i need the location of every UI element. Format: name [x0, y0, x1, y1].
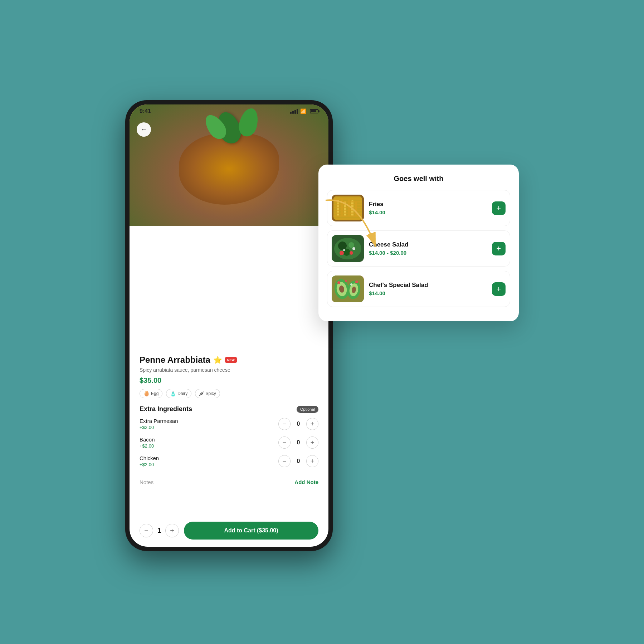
ingredient-name-bacon: Bacon [140, 436, 155, 443]
phone-content: Penne Arrabbiata ⭐ NEW Spicy arrabiata s… [130, 348, 328, 517]
food-item-cheese-salad: Cheese Salad $14.00 - $20.00 + [327, 230, 510, 267]
cheese-salad-thumbnail [332, 235, 364, 262]
svg-point-26 [345, 280, 347, 282]
quantity-control-bacon: − 0 + [278, 436, 318, 449]
egg-icon: 🥚 [143, 391, 150, 396]
ingredient-row-chicken: Chicken +$2.00 − 0 + [140, 455, 318, 467]
svg-point-10 [334, 238, 361, 259]
svg-point-15 [350, 251, 353, 255]
chefs-salad-info: Chef's Special Salad $14.00 [364, 282, 492, 296]
item-header: Penne Arrabbiata ⭐ NEW [140, 355, 318, 365]
ingredient-row-parmesan: Extra Parmesan +$2.00 − 0 + [140, 418, 318, 430]
svg-rect-2 [333, 196, 362, 220]
qty-value-parmesan: 0 [296, 421, 301, 427]
add-cheese-salad-button[interactable]: + [492, 242, 506, 255]
optional-badge: Optional [297, 406, 318, 413]
allergen-spicy-label: Spicy [205, 391, 216, 396]
spicy-icon: 🌶 [199, 391, 204, 396]
food-item-fries: Fries $14.00 + [327, 190, 510, 226]
allergens-row: 🥚 Egg 🧴 Dairy 🌶 Spicy [140, 389, 318, 398]
increment-parmesan[interactable]: + [306, 418, 318, 430]
notes-label: Notes [140, 479, 153, 485]
allergen-egg-label: Egg [151, 391, 158, 396]
allergen-dairy-label: Dairy [177, 391, 187, 396]
chefs-salad-price: $14.00 [369, 290, 487, 296]
extra-ingredients-header: Extra Ingredients Optional [140, 405, 318, 413]
status-bar: 9:41 📶 [130, 108, 328, 114]
svg-rect-1 [332, 195, 364, 221]
food-image: 9:41 📶 [130, 104, 328, 226]
svg-rect-7 [351, 200, 353, 216]
item-name: Penne Arrabbiata [140, 355, 210, 365]
chefs-salad-name: Chef's Special Salad [369, 282, 487, 289]
add-note-button[interactable]: Add Note [294, 479, 318, 485]
signal-icon [290, 109, 298, 114]
fries-image [332, 195, 364, 221]
star-badge: ⭐ [213, 356, 222, 364]
svg-point-25 [337, 281, 340, 284]
main-quantity-control: − 1 + [140, 524, 179, 537]
fries-price: $14.00 [369, 209, 487, 215]
svg-rect-4 [341, 198, 343, 216]
increment-bacon[interactable]: + [306, 436, 318, 449]
main-increment-button[interactable]: + [165, 524, 179, 537]
svg-point-14 [340, 251, 344, 255]
qty-value-chicken: 0 [296, 458, 301, 464]
allergen-egg: 🥚 Egg [140, 389, 162, 398]
goes-well-panel: Goes well with Fries $14.00 [318, 165, 519, 321]
svg-point-27 [355, 280, 358, 283]
item-price: $35.00 [140, 376, 318, 385]
add-fries-button[interactable]: + [492, 201, 506, 215]
add-to-cart-button[interactable]: Add to Cart ($35.00) [184, 522, 318, 540]
ingredient-price-chicken: +$2.00 [140, 462, 159, 467]
allergen-dairy: 🧴 Dairy [166, 389, 191, 398]
status-icons: 📶 [290, 108, 318, 114]
quantity-control-parmesan: − 0 + [278, 418, 318, 430]
svg-point-28 [350, 283, 352, 286]
phone-device: 9:41 📶 [125, 100, 333, 551]
ingredient-row-bacon: Bacon +$2.00 − 0 + [140, 436, 318, 449]
main-decrement-button[interactable]: − [140, 524, 153, 537]
svg-rect-3 [337, 200, 339, 216]
fries-info: Fries $14.00 [364, 201, 492, 215]
scene: 9:41 📶 [125, 72, 519, 572]
chefs-salad-image [332, 275, 364, 302]
back-button[interactable]: ← [137, 122, 151, 137]
svg-point-17 [343, 249, 345, 251]
back-arrow-icon: ← [141, 126, 147, 133]
phone-screen: 9:41 📶 [130, 104, 328, 547]
item-description: Spicy arrabiata sauce, parmesan cheese [140, 367, 318, 373]
status-time: 9:41 [140, 108, 151, 114]
fries-thumbnail [332, 195, 364, 221]
allergen-spicy: 🌶 Spicy [195, 389, 220, 398]
decrement-chicken[interactable]: − [278, 455, 291, 467]
wifi-icon: 📶 [300, 108, 306, 114]
cheese-salad-name: Cheese Salad [369, 241, 487, 248]
decrement-parmesan[interactable]: − [278, 418, 291, 430]
svg-rect-8 [355, 202, 357, 216]
cart-section: − 1 + Add to Cart ($35.00) [130, 517, 328, 547]
decrement-bacon[interactable]: − [278, 436, 291, 449]
extra-ingredients-title: Extra Ingredients [140, 405, 192, 413]
quantity-control-chicken: − 0 + [278, 455, 318, 467]
increment-chicken[interactable]: + [306, 455, 318, 467]
svg-point-12 [348, 242, 354, 248]
new-badge: NEW [225, 357, 237, 363]
notes-section: Notes Add Note [140, 474, 318, 490]
food-item-chefs-salad: Chef's Special Salad $14.00 + [327, 271, 510, 307]
svg-rect-5 [344, 201, 346, 216]
cheese-salad-image [332, 235, 364, 262]
ingredient-name-chicken: Chicken [140, 455, 159, 461]
svg-point-16 [352, 247, 355, 250]
add-chefs-salad-button[interactable]: + [492, 282, 506, 296]
battery-icon [310, 109, 318, 113]
svg-point-11 [338, 241, 347, 250]
pasta-illustration [130, 104, 328, 226]
chefs-salad-thumbnail [332, 275, 364, 302]
fries-name: Fries [369, 201, 487, 208]
ingredient-price-parmesan: +$2.00 [140, 425, 178, 430]
qty-value-bacon: 0 [296, 439, 301, 446]
goes-well-title: Goes well with [327, 175, 510, 183]
ingredient-price-bacon: +$2.00 [140, 443, 155, 449]
dairy-icon: 🧴 [170, 391, 176, 396]
